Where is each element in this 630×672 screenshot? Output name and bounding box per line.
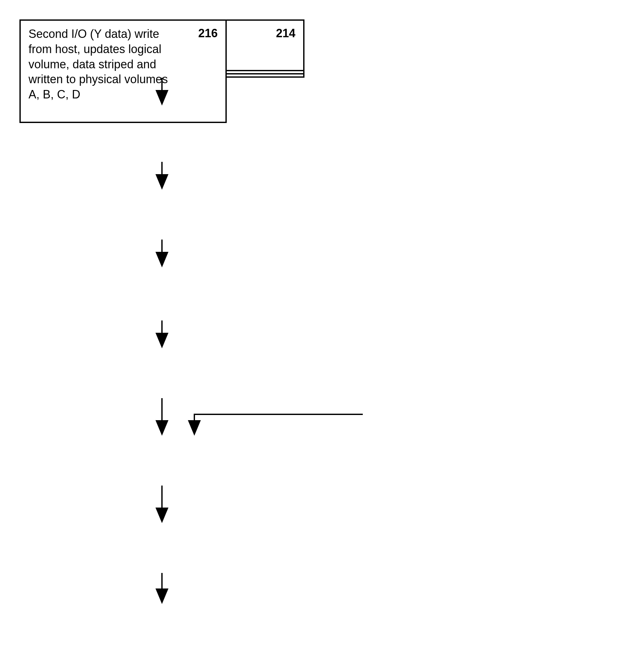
flowchart: First I/O (X data) write from host to st… — [19, 19, 603, 654]
connectors — [19, 19, 603, 654]
